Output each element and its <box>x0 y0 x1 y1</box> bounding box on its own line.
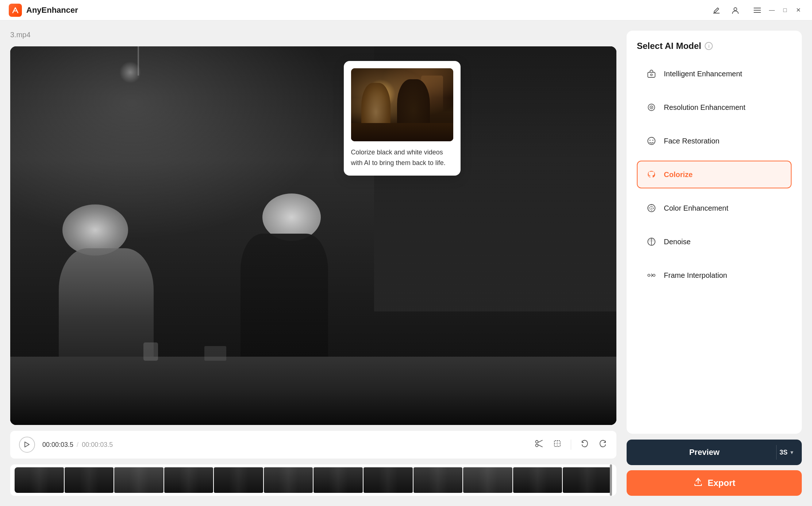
timeline-thumb-7 <box>313 467 363 493</box>
denoise-icon <box>645 235 658 248</box>
model-selector: Select AI Model i Intelligent Enhancemen… <box>627 31 802 434</box>
window-controls: — □ ✕ <box>751 4 803 17</box>
right-panel: Select AI Model i Intelligent Enhancemen… <box>627 31 802 496</box>
timeline-thumb-4 <box>164 467 213 493</box>
export-label: Export <box>708 478 735 488</box>
play-button[interactable] <box>19 437 35 453</box>
color-enhancement-icon <box>645 202 658 215</box>
timeline-track <box>15 467 612 493</box>
model-selector-title: Select AI Model i <box>637 41 792 51</box>
svg-rect-4 <box>754 12 761 13</box>
svg-rect-2 <box>754 8 761 8</box>
timeline-container[interactable] <box>10 464 616 496</box>
minimize-button[interactable]: — <box>767 5 777 15</box>
model-item-denoise[interactable]: Denoise <box>637 228 792 256</box>
scissors-icon[interactable] <box>534 439 544 451</box>
time-current: 00:00:03.5 <box>42 441 73 448</box>
crop-icon[interactable] <box>553 439 562 451</box>
svg-rect-3 <box>754 10 761 11</box>
close-button[interactable]: ✕ <box>793 5 803 15</box>
model-item-colorize[interactable]: Colorize <box>637 161 792 188</box>
model-label-colorize: Colorize <box>664 170 693 179</box>
preview-label: Preview <box>635 448 773 457</box>
svg-point-19 <box>653 140 654 141</box>
title-bar-right: — □ ✕ <box>710 4 803 17</box>
preview-popup: Colorize black and white videos with AI … <box>344 61 461 176</box>
menu-button[interactable] <box>751 4 764 17</box>
time-total: 00:00:03.5 <box>82 441 113 448</box>
title-bar-left: AnyEnhancer <box>9 4 78 17</box>
svg-point-27 <box>653 274 655 276</box>
model-item-intelligent[interactable]: Intelligent Enhancement <box>637 60 792 88</box>
app-name: AnyEnhancer <box>26 5 78 15</box>
redo-icon[interactable] <box>598 439 608 451</box>
model-item-color-enhancement[interactable]: Color Enhancement <box>637 194 792 222</box>
face-icon <box>645 134 658 147</box>
file-name: 3.mp4 <box>10 31 616 39</box>
video-frame: Colorize black and white videos with AI … <box>10 46 616 425</box>
model-label-resolution: Resolution Enhancement <box>664 103 745 112</box>
svg-point-13 <box>651 74 653 76</box>
action-buttons: Preview 3S ▾ Export <box>627 440 802 496</box>
time-display: 00:00:03.5 / 00:00:03.5 <box>42 441 113 449</box>
video-panel: 3.mp4 <box>10 31 616 496</box>
timeline-thumb-1 <box>15 467 64 493</box>
title-bar: AnyEnhancer — □ ✕ <box>0 0 812 20</box>
user-button[interactable] <box>729 4 742 17</box>
svg-point-26 <box>648 274 650 276</box>
timeline-thumb-10 <box>463 467 512 493</box>
model-label-intelligent: Intelligent Enhancement <box>664 70 742 78</box>
maximize-button[interactable]: □ <box>780 5 790 15</box>
app-logo <box>9 4 22 17</box>
time-separator: / <box>77 441 78 448</box>
svg-line-7 <box>538 440 542 442</box>
timeline-thumb-9 <box>413 467 463 493</box>
timeline-handle[interactable] <box>610 464 612 496</box>
model-label-face: Face Restoration <box>664 137 719 145</box>
timeline-thumb-2 <box>65 467 114 493</box>
timeline-thumb-3 <box>114 467 163 493</box>
video-container: Colorize black and white videos with AI … <box>10 46 616 425</box>
controls-divider <box>571 440 571 450</box>
colorize-icon <box>645 168 658 181</box>
popup-preview-image <box>351 68 453 141</box>
model-label-denoise: Denoise <box>664 238 690 246</box>
model-label-frame: Frame Interpolation <box>664 271 727 280</box>
svg-line-8 <box>538 445 542 447</box>
preview-divider <box>776 445 777 460</box>
control-icons <box>534 439 608 451</box>
frame-interpolation-icon <box>645 269 658 282</box>
main-content: 3.mp4 <box>0 20 812 506</box>
timeline-thumb-6 <box>264 467 313 493</box>
edit-button[interactable] <box>710 4 723 17</box>
chevron-down-icon: ▾ <box>790 449 793 455</box>
timeline-thumb-11 <box>513 467 562 493</box>
popup-description: Colorize black and white videos with AI … <box>351 147 453 168</box>
model-item-resolution[interactable]: Resolution Enhancement <box>637 93 792 121</box>
resolution-icon <box>645 101 658 114</box>
video-controls: 00:00:03.5 / 00:00:03.5 <box>10 431 616 459</box>
undo-icon[interactable] <box>580 439 589 451</box>
preview-duration: 3S ▾ <box>780 449 793 456</box>
timeline-thumb-5 <box>214 467 263 493</box>
model-label-color-enhancement: Color Enhancement <box>664 204 728 212</box>
info-icon[interactable]: i <box>705 42 713 50</box>
model-item-frame[interactable]: Frame Interpolation <box>637 261 792 289</box>
timeline-thumb-12 <box>563 467 612 493</box>
export-icon <box>693 477 703 489</box>
svg-point-16 <box>651 107 652 108</box>
model-item-face[interactable]: Face Restoration <box>637 127 792 155</box>
svg-point-18 <box>650 140 651 141</box>
svg-rect-12 <box>648 72 655 77</box>
svg-point-1 <box>734 8 737 11</box>
svg-point-17 <box>648 137 655 145</box>
export-button[interactable]: Export <box>627 470 802 496</box>
intelligent-icon <box>645 67 658 80</box>
timeline-thumb-8 <box>363 467 413 493</box>
preview-button[interactable]: Preview 3S ▾ <box>627 440 802 465</box>
